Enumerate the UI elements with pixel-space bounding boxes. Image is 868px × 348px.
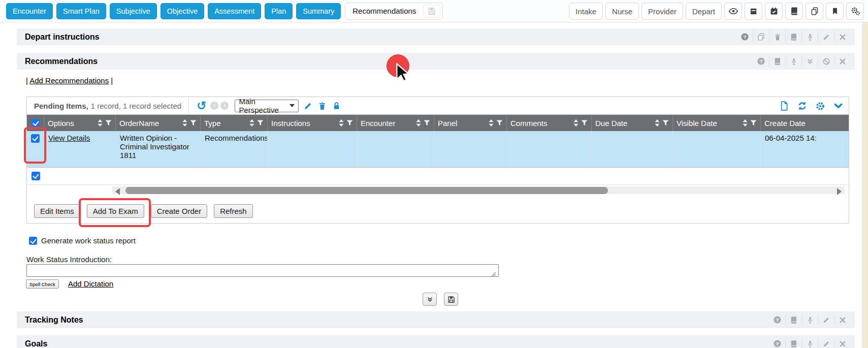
tab-plan[interactable]: Plan xyxy=(265,3,293,19)
settings-button[interactable] xyxy=(846,3,864,20)
trash-icon[interactable] xyxy=(317,101,327,111)
new-row-checkbox[interactable] xyxy=(31,172,40,180)
gear-icon[interactable] xyxy=(815,101,825,111)
eye-button[interactable] xyxy=(724,3,742,20)
sort-icon[interactable] xyxy=(416,119,421,126)
filter-icon[interactable] xyxy=(581,120,588,126)
bookmark-button[interactable] xyxy=(826,3,844,20)
col-instructions[interactable]: Instructions xyxy=(268,115,357,131)
scrollbar-thumb[interactable] xyxy=(125,187,608,194)
trash-icon[interactable] xyxy=(769,31,785,42)
add-recommendations-link[interactable]: Add Recommendations xyxy=(29,76,109,85)
book-icon[interactable] xyxy=(785,31,801,42)
tab-recommendations-active[interactable]: Recommendations xyxy=(345,3,443,20)
scrollbar-track[interactable] xyxy=(112,186,845,194)
close-icon[interactable] xyxy=(834,338,850,348)
select-all-checkbox[interactable] xyxy=(31,119,40,127)
filter-icon[interactable] xyxy=(190,120,197,126)
tab-subjective[interactable]: Subjective xyxy=(110,3,157,19)
depart-button[interactable]: Depart xyxy=(686,3,722,20)
sort-icon[interactable] xyxy=(339,119,344,126)
tab-encounter[interactable]: Encounter xyxy=(6,3,53,19)
col-create-date[interactable]: Create Date xyxy=(761,115,849,131)
tab-assessment[interactable]: Assessment xyxy=(208,3,261,19)
microphone-icon[interactable] xyxy=(801,314,818,325)
tab-summary[interactable]: Summary xyxy=(296,3,341,19)
book-button[interactable] xyxy=(785,3,803,20)
generate-work-status-checkbox[interactable] xyxy=(29,237,37,245)
pencil-icon[interactable] xyxy=(303,101,313,111)
copy-icon[interactable] xyxy=(753,31,769,42)
help-icon[interactable]: ? xyxy=(769,314,785,325)
pencil-icon[interactable] xyxy=(818,338,834,348)
filter-icon[interactable] xyxy=(346,120,353,126)
close-icon[interactable] xyxy=(834,31,850,42)
col-comments[interactable]: Comments xyxy=(507,115,592,131)
calendar-button[interactable] xyxy=(765,3,783,20)
microphone-icon[interactable] xyxy=(785,56,801,67)
close-icon[interactable] xyxy=(834,56,850,67)
microphone-icon[interactable] xyxy=(801,31,818,42)
refresh-button[interactable]: Refresh xyxy=(214,204,253,218)
help-icon[interactable]: ? xyxy=(753,56,769,67)
save-tab-button[interactable] xyxy=(423,5,440,18)
col-options[interactable]: Options xyxy=(44,115,116,131)
work-status-intro-input[interactable] xyxy=(26,264,499,277)
book-icon[interactable] xyxy=(769,56,785,67)
archive-button[interactable] xyxy=(745,3,762,20)
pencil-icon[interactable] xyxy=(818,31,834,42)
expand-more-button[interactable] xyxy=(423,293,437,306)
sort-icon[interactable] xyxy=(249,119,254,126)
col-type[interactable]: Type xyxy=(201,115,268,131)
filter-icon[interactable] xyxy=(750,120,757,126)
sort-icon[interactable] xyxy=(573,119,578,126)
filter-icon[interactable] xyxy=(257,120,264,126)
table-row[interactable]: View Details Written Opinion - Criminal … xyxy=(27,131,849,168)
sort-icon[interactable] xyxy=(655,119,660,126)
scroll-left-arrow-icon[interactable] xyxy=(115,188,120,195)
block-icon[interactable] xyxy=(818,56,834,67)
filter-icon[interactable] xyxy=(424,120,430,126)
spell-check-button[interactable]: Spell Check xyxy=(26,279,59,289)
close-icon[interactable] xyxy=(834,314,850,325)
sort-icon[interactable] xyxy=(489,119,494,126)
nurse-button[interactable]: Nurse xyxy=(605,3,639,20)
col-encounter[interactable]: Encounter xyxy=(357,115,434,131)
tab-objective[interactable]: Objective xyxy=(160,3,204,19)
filter-icon[interactable] xyxy=(662,120,669,126)
col-due-date[interactable]: Due Date xyxy=(592,115,673,131)
new-document-icon[interactable] xyxy=(779,101,789,111)
help-icon[interactable]: ? xyxy=(736,31,753,42)
page-next-icon[interactable]: › xyxy=(220,102,229,110)
filter-icon[interactable] xyxy=(496,120,503,126)
create-order-button[interactable]: Create Order xyxy=(151,204,208,218)
sort-icon[interactable] xyxy=(743,119,748,126)
chevron-down-icon[interactable] xyxy=(833,101,844,111)
filter-icon[interactable] xyxy=(105,120,112,126)
add-dictation-link[interactable]: Add Dictation xyxy=(68,279,113,288)
undo-icon[interactable]: ↺ xyxy=(197,101,206,111)
col-visible-date[interactable]: Visible Date xyxy=(673,115,761,131)
view-details-link[interactable]: View Details xyxy=(48,134,90,142)
tab-smart-plan[interactable]: Smart Plan xyxy=(56,3,106,19)
book-icon[interactable] xyxy=(785,314,801,325)
page-prev-icon[interactable]: ‹ xyxy=(210,102,218,110)
pencil-icon[interactable] xyxy=(818,314,834,325)
provider-button[interactable]: Provider xyxy=(641,3,683,20)
sort-icon[interactable] xyxy=(98,119,103,126)
microphone-icon[interactable] xyxy=(801,338,818,348)
intake-button[interactable]: Intake xyxy=(569,3,603,20)
perspective-select[interactable]: Main Perspective xyxy=(235,100,299,112)
col-panel[interactable]: Panel xyxy=(434,115,507,131)
save-button[interactable] xyxy=(444,293,458,306)
scroll-right-arrow-icon[interactable] xyxy=(837,188,842,195)
lock-icon[interactable] xyxy=(332,101,341,111)
sort-icon[interactable] xyxy=(182,119,187,126)
refresh-icon[interactable] xyxy=(797,101,808,111)
col-ordername[interactable]: OrderName xyxy=(116,115,201,131)
help-icon[interactable]: ? xyxy=(769,338,785,348)
copy-button[interactable] xyxy=(806,3,823,20)
edit-items-button[interactable]: Edit Items xyxy=(34,204,80,218)
chevrons-down-icon[interactable] xyxy=(801,56,818,67)
book-icon[interactable] xyxy=(785,338,801,348)
